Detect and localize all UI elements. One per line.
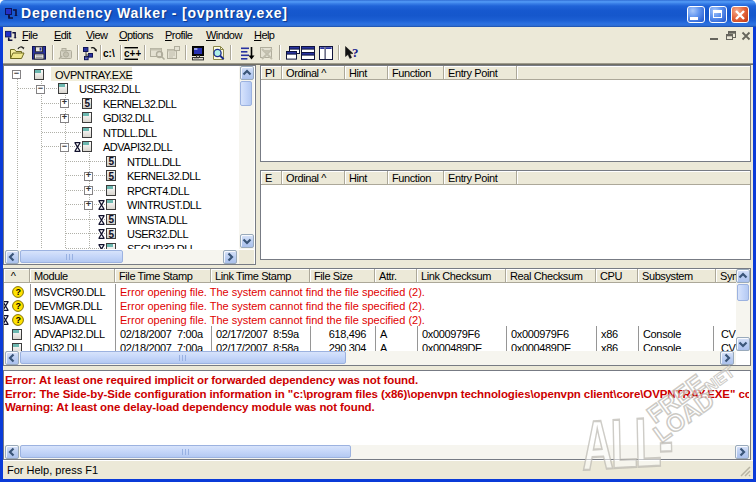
svg-text:c++: c++ bbox=[124, 48, 141, 59]
svg-text:?: ? bbox=[15, 316, 21, 326]
svg-text:c:\: c:\ bbox=[103, 48, 115, 59]
svg-text:?: ? bbox=[15, 287, 21, 297]
svg-text:?: ? bbox=[15, 302, 21, 312]
svg-text:?: ? bbox=[352, 45, 359, 60]
